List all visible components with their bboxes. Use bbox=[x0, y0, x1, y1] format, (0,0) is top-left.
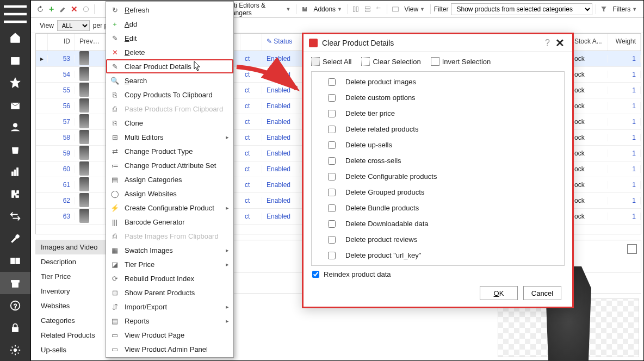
context-menu-item[interactable]: ▭View Product Admin Panel bbox=[106, 342, 233, 356]
context-menu-item[interactable]: +Add bbox=[106, 17, 233, 31]
context-menu-item[interactable]: ◪Tier Price bbox=[106, 257, 233, 271]
context-menu-item[interactable]: ✎Clear Product Details bbox=[106, 59, 233, 73]
reports-icon: ▤ bbox=[110, 316, 119, 325]
option-checkbox[interactable] bbox=[328, 157, 336, 165]
edit-icon[interactable] bbox=[58, 4, 67, 15]
sidebar-puzzle-icon[interactable] bbox=[0, 183, 30, 206]
sidebar-archive-icon[interactable] bbox=[0, 272, 30, 294]
col-id[interactable]: ID bbox=[48, 34, 75, 51]
more-icon[interactable] bbox=[82, 4, 91, 15]
context-menu-item[interactable]: ⚡Create Configurable Product bbox=[106, 201, 233, 215]
dialog-option-row: Delete related products bbox=[312, 121, 564, 137]
context-menu-item[interactable]: ⊡Show Parent Products bbox=[106, 285, 233, 300]
impexp-icon: ⇵ bbox=[110, 302, 119, 311]
select-all-button[interactable]: Select All bbox=[311, 57, 351, 66]
expand-icon[interactable] bbox=[627, 244, 637, 254]
sidebar-home-icon[interactable] bbox=[0, 27, 30, 49]
context-menu-item[interactable]: ⇄Change Product Type bbox=[106, 144, 233, 158]
option-checkbox[interactable] bbox=[328, 236, 336, 244]
sidebar-transfer-icon[interactable] bbox=[0, 206, 30, 228]
refresh-icon[interactable] bbox=[35, 4, 45, 15]
sidebar-gear-icon[interactable] bbox=[0, 339, 30, 361]
svg-rect-12 bbox=[13, 327, 18, 332]
option-checkbox[interactable] bbox=[328, 252, 336, 259]
filter-select[interactable]: Show products from selected categories bbox=[451, 3, 592, 15]
sidebar-inbox-icon[interactable] bbox=[0, 94, 30, 116]
sidebar-cards-icon[interactable] bbox=[0, 250, 30, 272]
option-label: Delete tier price bbox=[345, 109, 395, 117]
addons-button[interactable]: Addons▼ bbox=[311, 5, 344, 13]
left-sidebar: ? bbox=[0, 0, 30, 361]
svg-rect-0 bbox=[11, 58, 20, 65]
type-icon: ⇄ bbox=[110, 147, 119, 155]
context-menu-item[interactable]: |||Barcode Generator bbox=[106, 215, 233, 229]
svg-rect-5 bbox=[17, 168, 18, 176]
context-menu-item[interactable]: 🔍Search bbox=[106, 73, 233, 88]
sidebar-lock-icon[interactable] bbox=[0, 316, 30, 339]
view-select[interactable]: ALL bbox=[57, 20, 90, 31]
sidebar-wrench-icon[interactable] bbox=[0, 227, 30, 250]
view-button[interactable]: View▼ bbox=[402, 5, 427, 13]
context-menu-item[interactable]: ▦Swatch Images bbox=[106, 243, 233, 257]
sidebar-bag-icon[interactable] bbox=[0, 139, 30, 161]
sidebar-help-icon[interactable]: ? bbox=[0, 294, 30, 316]
menu-icon[interactable] bbox=[0, 1, 30, 27]
help-icon[interactable]: ? bbox=[542, 38, 553, 48]
option-checkbox[interactable] bbox=[328, 78, 336, 86]
reindex-label: Reindex product data bbox=[324, 270, 391, 278]
sidebar-star-icon[interactable] bbox=[0, 72, 30, 94]
context-menu-item[interactable]: ≔Change Product Attribute Set bbox=[106, 158, 233, 172]
tb-tool1-icon[interactable] bbox=[351, 4, 361, 15]
option-checkbox[interactable] bbox=[328, 220, 336, 228]
dialog-option-row: Delete Configurable products bbox=[312, 169, 564, 184]
reindex-checkbox[interactable] bbox=[312, 271, 319, 278]
context-menu-item[interactable]: ▭View Product Page bbox=[106, 328, 233, 342]
context-menu-item[interactable]: ✕Delete bbox=[106, 45, 233, 59]
tb-tool2-icon[interactable] bbox=[363, 4, 372, 15]
cancel-button[interactable]: Cancel bbox=[523, 286, 561, 300]
context-menu-item[interactable]: ✎Edit bbox=[106, 31, 233, 45]
svg-rect-21 bbox=[365, 10, 370, 12]
context-menu-item[interactable]: ⟳Rebuild Product Index bbox=[106, 271, 233, 285]
option-checkbox[interactable] bbox=[328, 141, 336, 149]
conf-icon: ⚡ bbox=[110, 203, 119, 212]
context-menu-item[interactable]: ⎘Clone bbox=[106, 116, 233, 130]
delete-icon[interactable]: ✕ bbox=[70, 4, 79, 15]
option-checkbox[interactable] bbox=[328, 173, 336, 180]
option-checkbox[interactable] bbox=[328, 204, 336, 212]
sidebar-chart-icon[interactable] bbox=[0, 161, 30, 183]
parent-icon: ⊡ bbox=[110, 288, 119, 297]
sidebar-person-icon[interactable] bbox=[0, 116, 30, 139]
invert-selection-button[interactable]: Invert Selection bbox=[431, 57, 491, 66]
paste-icon: ⎙ bbox=[110, 104, 119, 113]
ok-button[interactable]: OK bbox=[480, 286, 518, 300]
context-menu-item[interactable]: ⎘Copy Products To Clipboard bbox=[106, 88, 233, 102]
delete-icon: ✕ bbox=[110, 48, 119, 57]
tb-tool3-icon[interactable] bbox=[374, 4, 383, 15]
option-checkbox[interactable] bbox=[328, 126, 336, 133]
col-stock[interactable]: Stock A... bbox=[570, 34, 608, 51]
addons-icon bbox=[300, 4, 309, 15]
dialog-option-row: Delete tier price bbox=[312, 105, 564, 121]
option-checkbox[interactable] bbox=[328, 189, 336, 196]
context-menu-item[interactable]: ⇵Import/Export bbox=[106, 300, 233, 314]
col-weight[interactable]: Weight bbox=[608, 34, 641, 51]
clone-icon: ⎘ bbox=[110, 119, 119, 127]
context-menu-item[interactable]: ◯Assign Websites bbox=[106, 186, 233, 201]
viewpage-icon: ▭ bbox=[110, 331, 119, 339]
context-menu-item[interactable]: ↻Refresh bbox=[106, 3, 233, 17]
option-checkbox[interactable] bbox=[328, 110, 336, 117]
context-menu-item[interactable]: ⊞Multi Editors bbox=[106, 130, 233, 144]
filters-button[interactable]: Filters▼ bbox=[610, 5, 639, 13]
svg-rect-8 bbox=[11, 280, 20, 282]
close-icon[interactable]: ✕ bbox=[553, 36, 567, 49]
option-label: Delete up-sells bbox=[345, 141, 392, 149]
option-checkbox[interactable] bbox=[328, 94, 336, 102]
col-status[interactable]: ✎ Status bbox=[262, 34, 300, 51]
sidebar-box-icon[interactable] bbox=[0, 49, 30, 72]
col-preview[interactable]: Preview bbox=[75, 34, 104, 51]
context-menu-item[interactable]: ▤Assign Categories bbox=[106, 172, 233, 186]
context-menu-item[interactable]: ▤Reports bbox=[106, 314, 233, 328]
clear-selection-button[interactable]: Clear Selection bbox=[361, 57, 420, 66]
add-icon[interactable]: + bbox=[47, 4, 56, 15]
